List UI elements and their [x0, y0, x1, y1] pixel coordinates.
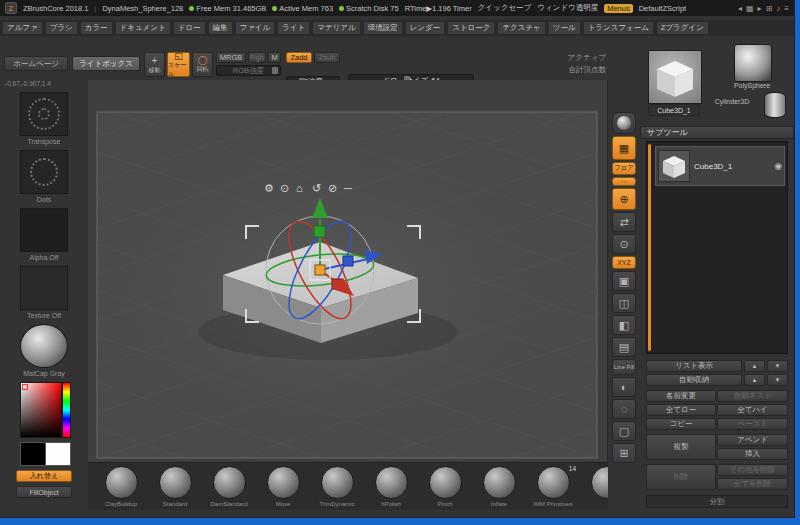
scale-mode-button[interactable]: ◱ スケール [167, 52, 190, 77]
menu-draw[interactable]: ドロー [173, 21, 206, 35]
brush-partial[interactable] [580, 463, 608, 510]
transparent-button[interactable]: ◐ [612, 377, 636, 397]
color-picker-sv[interactable] [20, 382, 62, 438]
polyframe-button[interactable]: ▤ [612, 337, 636, 357]
menus-toggle-button[interactable]: Menus [604, 4, 633, 13]
grid-button[interactable]: ⊞ [612, 443, 636, 463]
menu-edit[interactable]: 編集 [208, 21, 233, 35]
subtool-row[interactable]: Cube3D_1 ◉ [655, 146, 785, 186]
menu-texture[interactable]: テクスチャ [497, 21, 545, 35]
color-picker-marker[interactable] [22, 384, 28, 390]
subtool-auto-nest-button[interactable]: 自動ネスト [717, 390, 788, 402]
ghost-button[interactable]: ◌ [612, 399, 636, 419]
nav-left-icon[interactable]: ◂ [738, 4, 742, 13]
subtool-scrollbar[interactable] [648, 144, 651, 351]
menu-transform[interactable]: トランスフォーム [583, 21, 654, 35]
texture-selector[interactable] [20, 266, 68, 310]
subtool-move-up-button[interactable]: ▲ [744, 374, 765, 386]
scroll-button[interactable]: ⇄ [612, 212, 636, 232]
brush-imm-primitives[interactable]: 14IMM Primitives [526, 463, 580, 510]
secondary-color-swatch[interactable] [45, 442, 71, 466]
lightbox-button[interactable]: ライトボックス [72, 56, 140, 71]
bpr-render-button[interactable] [612, 112, 636, 134]
zoom3d-button[interactable]: ⊙ [612, 234, 636, 254]
window-menu-icon[interactable]: ≡ [784, 4, 789, 13]
menu-brush[interactable]: ブラシ [45, 21, 78, 35]
add-view-icon[interactable]: ⊞ [766, 4, 773, 13]
menu-stroke[interactable]: ストローク [447, 21, 495, 35]
gizmo-settings-icon[interactable]: ⚙ [264, 182, 274, 194]
subtool-move-down-button[interactable]: ▼ [767, 374, 788, 386]
brush-standard[interactable]: Standard [148, 463, 202, 510]
gizmo-center-handle[interactable] [315, 265, 325, 275]
visibility-eye-icon[interactable]: ◉ [774, 161, 782, 171]
subtool-all-low-button[interactable]: 全てロー [646, 404, 716, 416]
brush-pinch[interactable]: Pinch [418, 463, 472, 510]
mrgb-button[interactable]: MRGB [216, 52, 246, 63]
menu-tool[interactable]: ツール [548, 21, 581, 35]
recent-tool-polysphere[interactable] [734, 44, 772, 82]
subtool-list[interactable]: Cube3D_1 ◉ [646, 141, 788, 354]
stroke-selector[interactable] [20, 92, 68, 136]
gizmo-pin-icon[interactable]: ⊙ [280, 182, 289, 194]
menu-document[interactable]: ドキュメント [115, 21, 171, 35]
menu-file[interactable]: ファイル [235, 21, 276, 35]
subtool-paste-button[interactable]: ペースト [717, 418, 788, 430]
menu-render[interactable]: レンダー [405, 21, 446, 35]
brush-claybuildup[interactable]: ClayBuildup [94, 463, 148, 510]
subtool-delete-button[interactable]: 削除 [646, 464, 716, 490]
window-opacity-button[interactable]: ウィンドウ透明度 [537, 3, 598, 13]
zsub-button[interactable]: Zsub [314, 52, 340, 63]
viewport[interactable]: ⚙ ⊙ ⌂ ↺ ⊘ ─ [88, 80, 608, 462]
gizmo-lock-icon[interactable]: ⊘ [328, 182, 337, 194]
recent-tool-cylinder[interactable] [764, 92, 786, 118]
menu-alpha[interactable]: アルファ [2, 21, 43, 35]
nav-right-icon[interactable]: ▸ [758, 4, 762, 13]
solo-button[interactable]: ▢ [612, 421, 636, 441]
gizmo-home-icon[interactable]: ⌂ [296, 182, 303, 194]
subtool-delete-all-button[interactable]: 全てを削除 [717, 478, 788, 490]
brush-move[interactable]: Move [256, 463, 310, 510]
material-selector[interactable] [20, 324, 68, 368]
menu-material[interactable]: マテリアル [312, 21, 360, 35]
subtool-select-up-button[interactable]: ▲ [744, 360, 765, 372]
subtool-delete-other-button[interactable]: その他を削除 [717, 464, 788, 476]
subtool-insert-button[interactable]: 挿入 [717, 448, 788, 460]
m-button[interactable]: M [268, 52, 281, 63]
subtool-append-button[interactable]: アペンド [717, 434, 788, 446]
local-symmetry-button[interactable]: ⊕ [612, 188, 636, 210]
alpha-selector[interactable] [20, 208, 68, 252]
actual-size-button[interactable]: ◫ [612, 293, 636, 313]
move-mode-button[interactable]: + 移動 [144, 52, 165, 77]
subtool-auto-collapse-button[interactable]: 自動収納 [646, 374, 742, 386]
color-picker-hue[interactable] [62, 382, 71, 438]
current-tool-thumbnail[interactable] [648, 50, 702, 104]
subtool-rename-button[interactable]: 名前変更 [646, 390, 716, 402]
perspective-button[interactable]: ▦ [612, 136, 636, 160]
gizmo-unmask-icon[interactable]: ─ [343, 182, 352, 194]
subtool-copy-button[interactable]: コピー [646, 418, 716, 430]
zadd-button[interactable]: Zadd [286, 52, 312, 63]
xyz-button[interactable]: XYZ [612, 256, 636, 269]
gizmo-y-cube[interactable] [314, 226, 325, 237]
subtool-duplicate-button[interactable]: 複製 [646, 434, 716, 460]
brush-damstandard[interactable]: DamStandard [202, 463, 256, 510]
subtool-split-section[interactable]: 分割 [646, 495, 788, 508]
subtool-all-high-button[interactable]: 全てハイ [717, 404, 788, 416]
menu-zplugin[interactable]: Zプラグイン [656, 21, 709, 35]
rotate-mode-button[interactable]: ◯ 回転 [192, 52, 213, 77]
rgb-intensity-slider[interactable]: RGB強度 [216, 65, 281, 76]
subtool-list-view-button[interactable]: リスト表示 [646, 360, 742, 372]
brush-hpolish[interactable]: hPolish [364, 463, 418, 510]
slider-knob[interactable] [272, 67, 278, 74]
floor-elevation-button[interactable]: ⋯ [612, 177, 636, 186]
homepage-button[interactable]: ホームページ [4, 56, 68, 71]
floor-grid-button[interactable]: フロア [612, 162, 636, 175]
aa-half-button[interactable]: ◧ [612, 315, 636, 335]
thumbnails-icon[interactable]: ▦ [746, 4, 754, 13]
main-color-swatch[interactable] [20, 442, 46, 466]
gizmo-reset-icon[interactable]: ↺ [312, 182, 321, 194]
subtool-select-down-button[interactable]: ▼ [767, 360, 788, 372]
quick-save-button[interactable]: クイックセーブ [478, 3, 532, 13]
switch-color-button[interactable]: 入れ替え [16, 470, 72, 482]
